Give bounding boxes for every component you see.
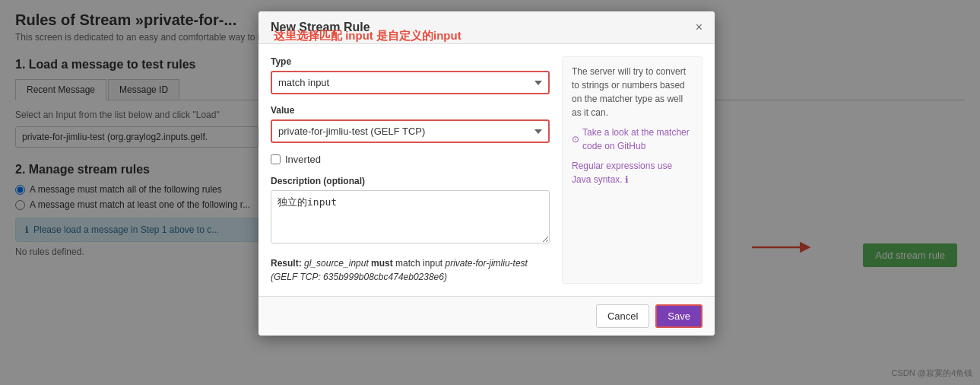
inverted-label: Inverted [285,154,321,165]
modal-body: Type match input match field match regex… [258,44,715,296]
type-select[interactable]: match input match field match regex fiel… [271,71,550,94]
type-form-group: Type match input match field match regex… [271,56,550,94]
new-stream-rule-modal: New Stream Rule × Type match input match… [258,11,715,336]
result-field: gl_source_input [304,258,369,269]
inverted-checkbox[interactable] [271,154,281,164]
description-label: Description (optional) [271,176,550,186]
description-form-group: Description (optional) 独立的input [271,176,550,246]
modal-footer: Cancel Save [258,296,715,336]
result-label: Result: [271,258,302,269]
value-label: Value [271,105,550,116]
modal-form: Type match input match field match regex… [271,56,550,284]
annotation-text: 这里选择匹配 input 是自定义的input [274,29,461,43]
github-link[interactable]: ⊙ Take a look at the matcher code on Git… [572,126,693,153]
help-text: The server will try to convert to string… [572,65,693,119]
description-textarea[interactable]: 独立的input [271,190,550,243]
value-form-group: Value private-for-jimliu-test (GELF TCP) [271,105,550,143]
inverted-checkbox-row: Inverted [271,154,550,165]
regex-note: Regular expressions use Java syntax. ℹ [572,159,693,186]
info-small-icon: ℹ [625,174,629,185]
type-label: Type [271,56,550,67]
result-text: Result: gl_source_input must match input… [271,256,550,284]
result-must: must [371,258,393,269]
save-button[interactable]: Save [655,304,702,328]
modal-close-button[interactable]: × [696,21,702,33]
github-icon: ⊙ [572,132,579,146]
modal-help-panel: The server will try to convert to string… [562,56,702,284]
result-description: match input [395,258,445,269]
cancel-button[interactable]: Cancel [596,304,649,328]
value-select[interactable]: private-for-jimliu-test (GELF TCP) [271,119,550,143]
